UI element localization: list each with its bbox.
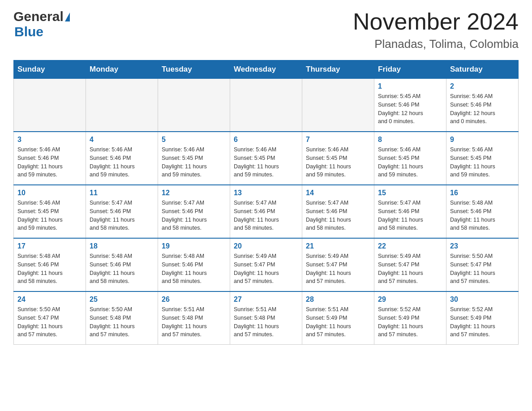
calendar-cell: 2Sunrise: 5:46 AMSunset: 5:46 PMDaylight… [446,79,519,132]
calendar-cell: 24Sunrise: 5:50 AMSunset: 5:47 PMDayligh… [14,291,86,345]
day-number: 16 [450,189,515,197]
day-number: 26 [162,295,226,304]
calendar-cell [230,79,302,132]
day-number: 6 [234,136,298,144]
title-block: November 2024 Planadas, Tolima, Colombia [353,9,519,51]
calendar-header-row: SundayMondayTuesdayWednesdayThursdayFrid… [14,60,519,79]
calendar-weekday-sunday: Sunday [14,60,86,79]
day-info: Sunrise: 5:46 AMSunset: 5:46 PMDaylight:… [450,92,515,126]
calendar-week-row-5: 24Sunrise: 5:50 AMSunset: 5:47 PMDayligh… [14,291,519,345]
calendar-cell: 28Sunrise: 5:51 AMSunset: 5:49 PMDayligh… [302,291,374,345]
calendar-cell: 11Sunrise: 5:47 AMSunset: 5:46 PMDayligh… [86,185,158,238]
calendar-cell: 13Sunrise: 5:47 AMSunset: 5:46 PMDayligh… [230,185,302,238]
day-number: 8 [378,136,442,144]
day-info: Sunrise: 5:48 AMSunset: 5:46 PMDaylight:… [162,252,226,286]
day-number: 4 [90,136,154,144]
day-number: 3 [17,136,82,144]
calendar-cell: 26Sunrise: 5:51 AMSunset: 5:48 PMDayligh… [158,291,230,345]
calendar-cell: 12Sunrise: 5:47 AMSunset: 5:46 PMDayligh… [158,185,230,238]
day-number: 17 [17,242,82,250]
day-info: Sunrise: 5:46 AMSunset: 5:46 PMDaylight:… [90,146,154,179]
day-info: Sunrise: 5:52 AMSunset: 5:49 PMDaylight:… [450,305,515,339]
day-number: 28 [306,295,370,304]
calendar-weekday-monday: Monday [86,60,158,79]
day-info: Sunrise: 5:50 AMSunset: 5:47 PMDaylight:… [450,252,515,286]
calendar-cell: 3Sunrise: 5:46 AMSunset: 5:46 PMDaylight… [14,132,86,185]
calendar-weekday-tuesday: Tuesday [158,60,230,79]
day-number: 14 [306,189,370,197]
calendar-cell: 7Sunrise: 5:46 AMSunset: 5:45 PMDaylight… [302,132,374,185]
calendar-cell [14,79,86,132]
day-info: Sunrise: 5:49 AMSunset: 5:47 PMDaylight:… [306,252,370,286]
day-info: Sunrise: 5:51 AMSunset: 5:48 PMDaylight:… [234,305,298,339]
calendar-cell: 8Sunrise: 5:46 AMSunset: 5:45 PMDaylight… [374,132,446,185]
calendar-weekday-saturday: Saturday [446,60,519,79]
calendar-cell: 19Sunrise: 5:48 AMSunset: 5:46 PMDayligh… [158,238,230,291]
day-number: 18 [90,242,154,250]
logo-triangle [65,13,70,21]
calendar-cell: 25Sunrise: 5:50 AMSunset: 5:48 PMDayligh… [86,291,158,345]
day-info: Sunrise: 5:46 AMSunset: 5:45 PMDaylight:… [162,146,226,179]
calendar-cell: 5Sunrise: 5:46 AMSunset: 5:45 PMDaylight… [158,132,230,185]
day-info: Sunrise: 5:46 AMSunset: 5:45 PMDaylight:… [450,146,515,179]
day-info: Sunrise: 5:47 AMSunset: 5:46 PMDaylight:… [162,199,226,232]
day-info: Sunrise: 5:46 AMSunset: 5:45 PMDaylight:… [378,146,442,179]
calendar-cell: 27Sunrise: 5:51 AMSunset: 5:48 PMDayligh… [230,291,302,345]
day-number: 5 [162,136,226,144]
day-number: 25 [90,295,154,304]
calendar-cell: 9Sunrise: 5:46 AMSunset: 5:45 PMDaylight… [446,132,519,185]
calendar-week-row-2: 3Sunrise: 5:46 AMSunset: 5:46 PMDaylight… [14,132,519,185]
calendar-weekday-friday: Friday [374,60,446,79]
calendar-week-row-1: 1Sunrise: 5:45 AMSunset: 5:46 PMDaylight… [14,79,519,132]
day-number: 19 [162,242,226,250]
day-info: Sunrise: 5:46 AMSunset: 5:46 PMDaylight:… [17,146,82,179]
day-number: 27 [234,295,298,304]
day-info: Sunrise: 5:45 AMSunset: 5:46 PMDaylight:… [378,92,442,126]
day-number: 10 [17,189,82,197]
day-number: 15 [378,189,442,197]
page-title: November 2024 [353,9,519,34]
logo-general: General [13,9,64,24]
day-number: 13 [234,189,298,197]
day-info: Sunrise: 5:47 AMSunset: 5:46 PMDaylight:… [306,199,370,232]
calendar-cell: 15Sunrise: 5:47 AMSunset: 5:46 PMDayligh… [374,185,446,238]
page-subtitle: Planadas, Tolima, Colombia [353,37,519,51]
day-number: 2 [450,82,515,90]
day-info: Sunrise: 5:47 AMSunset: 5:46 PMDaylight:… [234,199,298,232]
day-number: 24 [17,295,82,304]
calendar-cell: 23Sunrise: 5:50 AMSunset: 5:47 PMDayligh… [446,238,519,291]
day-number: 11 [90,189,154,197]
logo: General Blue [13,9,70,39]
day-info: Sunrise: 5:46 AMSunset: 5:45 PMDaylight:… [306,146,370,179]
day-info: Sunrise: 5:49 AMSunset: 5:47 PMDaylight:… [234,252,298,286]
calendar-cell [158,79,230,132]
calendar-cell: 30Sunrise: 5:52 AMSunset: 5:49 PMDayligh… [446,291,519,345]
calendar-weekday-thursday: Thursday [302,60,374,79]
page-header: General Blue November 2024 Planadas, Tol… [13,9,519,51]
calendar-cell: 29Sunrise: 5:52 AMSunset: 5:49 PMDayligh… [374,291,446,345]
calendar-cell: 1Sunrise: 5:45 AMSunset: 5:46 PMDaylight… [374,79,446,132]
calendar-cell: 16Sunrise: 5:48 AMSunset: 5:46 PMDayligh… [446,185,519,238]
day-info: Sunrise: 5:49 AMSunset: 5:47 PMDaylight:… [378,252,442,286]
day-info: Sunrise: 5:48 AMSunset: 5:46 PMDaylight:… [450,199,515,232]
day-info: Sunrise: 5:50 AMSunset: 5:47 PMDaylight:… [17,305,82,339]
calendar-week-row-3: 10Sunrise: 5:46 AMSunset: 5:45 PMDayligh… [14,185,519,238]
day-number: 1 [378,82,442,90]
day-info: Sunrise: 5:47 AMSunset: 5:46 PMDaylight:… [378,199,442,232]
calendar-cell: 6Sunrise: 5:46 AMSunset: 5:45 PMDaylight… [230,132,302,185]
day-info: Sunrise: 5:51 AMSunset: 5:48 PMDaylight:… [162,305,226,339]
day-number: 12 [162,189,226,197]
day-info: Sunrise: 5:52 AMSunset: 5:49 PMDaylight:… [378,305,442,339]
day-number: 7 [306,136,370,144]
calendar-cell: 18Sunrise: 5:48 AMSunset: 5:46 PMDayligh… [86,238,158,291]
day-info: Sunrise: 5:48 AMSunset: 5:46 PMDaylight:… [90,252,154,286]
calendar-week-row-4: 17Sunrise: 5:48 AMSunset: 5:46 PMDayligh… [14,238,519,291]
day-info: Sunrise: 5:50 AMSunset: 5:48 PMDaylight:… [90,305,154,339]
calendar-cell: 10Sunrise: 5:46 AMSunset: 5:45 PMDayligh… [14,185,86,238]
calendar-cell: 4Sunrise: 5:46 AMSunset: 5:46 PMDaylight… [86,132,158,185]
calendar-cell: 14Sunrise: 5:47 AMSunset: 5:46 PMDayligh… [302,185,374,238]
logo-blue: Blue [14,24,43,39]
day-number: 21 [306,242,370,250]
day-number: 29 [378,295,442,304]
day-info: Sunrise: 5:46 AMSunset: 5:45 PMDaylight:… [17,199,82,232]
